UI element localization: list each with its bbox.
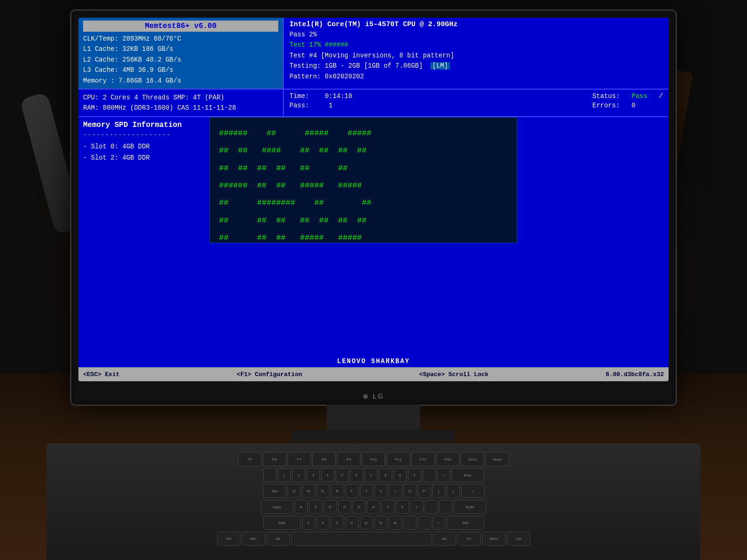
key-m[interactable]: M <box>389 516 402 530</box>
key-j[interactable]: J <box>381 500 395 514</box>
mem-row: Memory : 7.86GB 16.4 GB/s <box>83 76 278 86</box>
key-f5[interactable]: F5 <box>238 452 261 466</box>
key-fn[interactable]: Fn <box>458 532 481 546</box>
key-caps[interactable]: Caps <box>261 500 293 514</box>
key-f7[interactable]: F7 <box>288 452 311 466</box>
key-8[interactable]: 8 <box>379 468 392 482</box>
key-win[interactable]: Win <box>242 532 265 546</box>
key-slash[interactable]: / <box>432 516 445 530</box>
key-v[interactable]: V <box>345 516 359 530</box>
key-6[interactable]: 6 <box>350 468 363 482</box>
key-b[interactable]: B <box>360 516 373 530</box>
l3-row: L3 Cache: 4MB 36.9 GB/s <box>83 65 278 75</box>
key-f9[interactable]: F9 <box>337 452 360 466</box>
key-5[interactable]: 5 <box>336 468 349 482</box>
key-0[interactable]: 0 <box>408 468 421 482</box>
key-d[interactable]: D <box>324 500 337 514</box>
key-e[interactable]: E <box>317 484 330 498</box>
lm-badge: [LM] <box>430 62 450 70</box>
key-minus[interactable]: - <box>423 468 436 482</box>
keyboard-row-qwerty: Tab Q W E R T Y U I O P [ ] \ <box>61 484 686 498</box>
key-f12[interactable]: F12 <box>411 452 435 466</box>
key-y[interactable]: Y <box>360 484 373 498</box>
pass-num-row: Pass: 1 <box>289 102 352 109</box>
key-ralt[interactable]: Alt <box>433 532 456 546</box>
time-row: Time: 0:14:10 <box>289 92 352 100</box>
key-3[interactable]: 3 <box>307 468 320 482</box>
key-prtsc[interactable]: PrtSc <box>436 452 459 466</box>
key-backspace[interactable]: Bksp <box>451 468 484 482</box>
status-row: Status: Pass / <box>592 92 663 100</box>
key-g[interactable]: G <box>352 500 366 514</box>
keyboard-row-numbers: ` 1 2 3 4 5 6 7 8 9 0 - = Bksp <box>61 468 686 482</box>
key-menu[interactable]: Menu <box>482 532 506 546</box>
key-tab[interactable]: Tab <box>263 484 286 498</box>
key-z[interactable]: Z <box>302 516 315 530</box>
l3-value: 4MB 36.9 GB/s <box>122 66 173 74</box>
hash-line-4: ###### ## ## ##### ##### <box>219 177 507 194</box>
key-u[interactable]: U <box>374 484 388 498</box>
key-n[interactable]: N <box>374 516 388 530</box>
key-l[interactable]: L <box>410 500 423 514</box>
key-t[interactable]: T <box>345 484 359 498</box>
key-2[interactable]: 2 <box>292 468 305 482</box>
key-quote[interactable]: ' <box>439 500 452 514</box>
key-rctrl[interactable]: Ctrl <box>507 532 530 546</box>
key-lshift[interactable]: Shift <box>263 516 301 530</box>
key-k[interactable]: K <box>396 500 409 514</box>
key-i[interactable]: I <box>389 484 402 498</box>
key-backslash[interactable]: \ <box>461 484 485 498</box>
pass-num-label: Pass: <box>289 102 309 109</box>
key-lctrl[interactable]: Ctrl <box>217 532 240 546</box>
key-equals[interactable]: = <box>437 468 450 482</box>
key-lalt[interactable]: Alt <box>267 532 290 546</box>
cpu-title: Intel(R) Core(TM) i5-4570T CPU @ 2.90GHz <box>289 21 663 28</box>
key-space[interactable] <box>291 532 431 546</box>
cpu-line: CPU: 2 Cores 4 Threads SMP: 4T (PAR) <box>83 92 278 103</box>
key-4[interactable]: 4 <box>321 468 334 482</box>
key-w[interactable]: W <box>302 484 315 498</box>
key-o[interactable]: O <box>403 484 416 498</box>
key-9[interactable]: 9 <box>394 468 407 482</box>
f1-text: <F1> Configuration <box>237 371 302 378</box>
hash-line-6: ## ## ## ## ## ## ## <box>219 212 507 229</box>
key-rshift[interactable]: Shift <box>447 516 484 530</box>
screen-content: Memtest86+ v6.00 CLK/Temp: 2893MHz 68/76… <box>78 18 669 381</box>
testing-row: Testing: 1GB - 2GB [1GB of 7.86GB] [LM] <box>289 61 663 71</box>
key-f8[interactable]: F8 <box>312 452 336 466</box>
key-a[interactable]: A <box>295 500 308 514</box>
key-x[interactable]: X <box>317 516 330 530</box>
status-bar: <ESC> Exit <F1> Configuration <Space> Sc… <box>78 367 669 381</box>
key-enter[interactable]: Enter <box>454 500 486 514</box>
key-f11[interactable]: F11 <box>387 452 410 466</box>
hash-line-7: ## ## ## ##### ##### <box>219 229 507 246</box>
keyboard-row-zxcv: Shift Z X C V B N M , . / Shift <box>61 516 686 530</box>
key-rbracket[interactable]: ] <box>447 484 460 498</box>
key-pause[interactable]: Pause <box>486 452 509 466</box>
key-r[interactable]: R <box>331 484 344 498</box>
key-s[interactable]: S <box>309 500 322 514</box>
key-7[interactable]: 7 <box>365 468 378 482</box>
spd-body: Memory SPD Information -----------------… <box>78 117 669 168</box>
clk-temp-row: CLK/Temp: 2893MHz 68/76°C <box>83 34 278 44</box>
key-f10[interactable]: F10 <box>362 452 385 466</box>
key-h[interactable]: H <box>367 500 380 514</box>
key-scrlk[interactable]: ScrLk <box>461 452 484 466</box>
key-period[interactable]: . <box>418 516 431 530</box>
key-p[interactable]: P <box>418 484 431 498</box>
key-comma[interactable]: , <box>403 516 416 530</box>
key-1[interactable]: 1 <box>278 468 291 482</box>
key-semicolon[interactable]: ; <box>425 500 438 514</box>
key-lbracket[interactable]: [ <box>432 484 445 498</box>
time-value: 0:14:10 <box>325 92 352 100</box>
mem-value: 7.86GB 16.4 GB/s <box>119 77 181 84</box>
clk-temp-value: 2893MHz 68/76°C <box>122 35 181 42</box>
l1-value: 32KB 186 GB/s <box>122 45 173 53</box>
pass-row: Pass 2% <box>289 29 663 40</box>
key-tilde[interactable]: ` <box>263 468 276 482</box>
key-f6[interactable]: F6 <box>263 452 286 466</box>
key-q[interactable]: Q <box>288 484 301 498</box>
key-c[interactable]: C <box>331 516 344 530</box>
test-num-text: Test #4 [Moving inversions, 8 bit patter… <box>289 52 454 59</box>
key-f[interactable]: F <box>338 500 351 514</box>
